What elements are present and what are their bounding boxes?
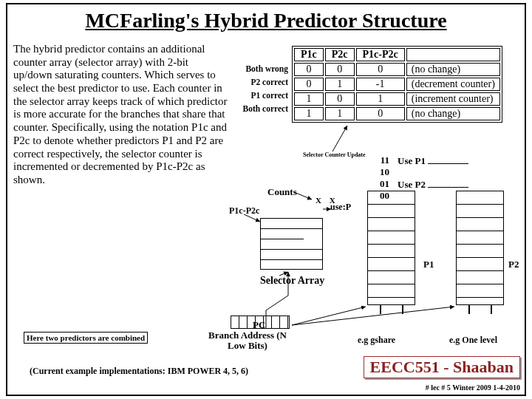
selector-counter-update-label: Selector Counter Update — [303, 151, 366, 158]
lecture-footer: # lec # 5 Winter 2009 1-4-2010 — [426, 383, 520, 392]
th: P1c-P2c — [356, 48, 405, 61]
row-label: Both correct — [229, 102, 288, 115]
course-badge: EECC551 - Shaaban — [364, 356, 520, 378]
truth-table-row-labels: Both wrong P2 correct P1 correct Both co… — [229, 62, 288, 115]
predictor-p2-box — [456, 191, 504, 305]
p1-label: P1 — [423, 259, 434, 270]
th: P1c — [294, 48, 324, 61]
th: P2c — [325, 48, 355, 61]
selector-update-table: P1c P2c P1c-P2c 000(no change) 01-1(decr… — [292, 46, 502, 123]
row-label: P2 correct — [229, 75, 288, 89]
counts-label: Counts — [267, 186, 297, 198]
eg-onelevel-label: e.g One level — [449, 335, 497, 346]
eg-gshare-label: e.g gshare — [358, 335, 395, 346]
p2-label: P2 — [508, 259, 519, 270]
p1c-p2c-label: P1c-P2c — [229, 205, 259, 216]
combined-note: Here two predictors are combined — [24, 332, 148, 344]
row-label: Both wrong — [229, 62, 288, 75]
selector-array-box — [260, 218, 323, 270]
underline — [428, 163, 468, 164]
use-predictor-labels: Use P1 Use P2 — [398, 155, 468, 191]
th — [406, 48, 500, 61]
underline — [428, 187, 468, 188]
branch-address-label: Branch Address (N Low Bits) — [203, 330, 292, 351]
body-paragraph: The hybrid predictor contains an additio… — [13, 43, 228, 187]
selector-array-label: Selector Array — [260, 275, 324, 287]
slide-title: MCFarling's Hybrid Predictor Structure — [7, 4, 525, 33]
use-p-label: use:P — [330, 202, 351, 213]
implementations-note: (Current example implementations: IBM PO… — [30, 366, 248, 377]
predictor-p1-box — [367, 191, 415, 305]
row-label: P1 correct — [229, 89, 288, 102]
